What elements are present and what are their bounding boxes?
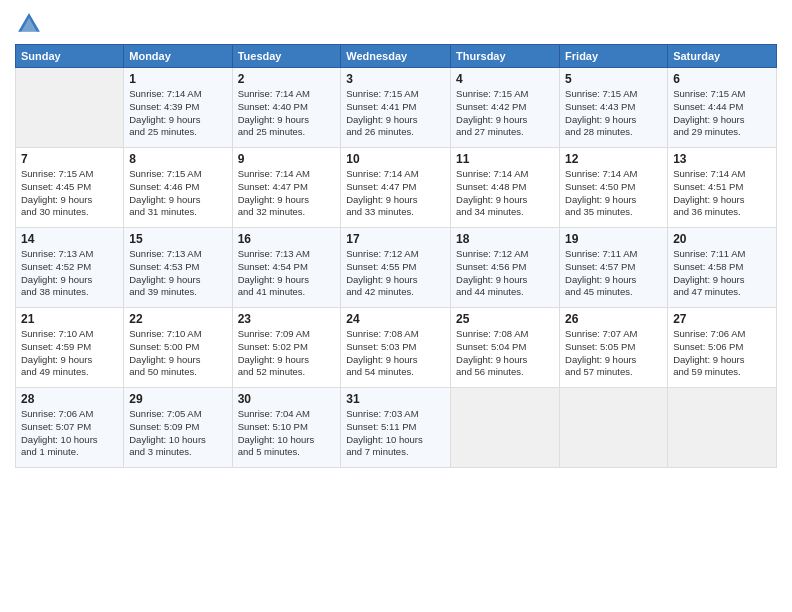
day-info: Sunrise: 7:14 AM Sunset: 4:40 PM Dayligh…	[238, 88, 336, 139]
calendar-week-row: 14Sunrise: 7:13 AM Sunset: 4:52 PM Dayli…	[16, 228, 777, 308]
calendar-cell: 28Sunrise: 7:06 AM Sunset: 5:07 PM Dayli…	[16, 388, 124, 468]
calendar-cell: 8Sunrise: 7:15 AM Sunset: 4:46 PM Daylig…	[124, 148, 232, 228]
day-info: Sunrise: 7:15 AM Sunset: 4:41 PM Dayligh…	[346, 88, 445, 139]
day-number: 9	[238, 152, 336, 166]
calendar-cell	[451, 388, 560, 468]
day-info: Sunrise: 7:10 AM Sunset: 5:00 PM Dayligh…	[129, 328, 226, 379]
day-number: 22	[129, 312, 226, 326]
day-info: Sunrise: 7:14 AM Sunset: 4:47 PM Dayligh…	[346, 168, 445, 219]
calendar-cell: 4Sunrise: 7:15 AM Sunset: 4:42 PM Daylig…	[451, 68, 560, 148]
day-info: Sunrise: 7:14 AM Sunset: 4:39 PM Dayligh…	[129, 88, 226, 139]
day-number: 28	[21, 392, 118, 406]
day-info: Sunrise: 7:05 AM Sunset: 5:09 PM Dayligh…	[129, 408, 226, 459]
calendar-cell: 21Sunrise: 7:10 AM Sunset: 4:59 PM Dayli…	[16, 308, 124, 388]
calendar-cell: 14Sunrise: 7:13 AM Sunset: 4:52 PM Dayli…	[16, 228, 124, 308]
day-number: 17	[346, 232, 445, 246]
day-info: Sunrise: 7:15 AM Sunset: 4:44 PM Dayligh…	[673, 88, 771, 139]
day-info: Sunrise: 7:09 AM Sunset: 5:02 PM Dayligh…	[238, 328, 336, 379]
calendar-page: SundayMondayTuesdayWednesdayThursdayFrid…	[0, 0, 792, 612]
calendar-cell: 11Sunrise: 7:14 AM Sunset: 4:48 PM Dayli…	[451, 148, 560, 228]
calendar-cell: 23Sunrise: 7:09 AM Sunset: 5:02 PM Dayli…	[232, 308, 341, 388]
calendar-cell: 29Sunrise: 7:05 AM Sunset: 5:09 PM Dayli…	[124, 388, 232, 468]
calendar-cell: 1Sunrise: 7:14 AM Sunset: 4:39 PM Daylig…	[124, 68, 232, 148]
calendar-cell: 16Sunrise: 7:13 AM Sunset: 4:54 PM Dayli…	[232, 228, 341, 308]
calendar-week-row: 21Sunrise: 7:10 AM Sunset: 4:59 PM Dayli…	[16, 308, 777, 388]
day-number: 7	[21, 152, 118, 166]
day-number: 18	[456, 232, 554, 246]
calendar-cell: 22Sunrise: 7:10 AM Sunset: 5:00 PM Dayli…	[124, 308, 232, 388]
calendar-cell: 7Sunrise: 7:15 AM Sunset: 4:45 PM Daylig…	[16, 148, 124, 228]
calendar-cell: 27Sunrise: 7:06 AM Sunset: 5:06 PM Dayli…	[668, 308, 777, 388]
day-number: 29	[129, 392, 226, 406]
day-number: 3	[346, 72, 445, 86]
day-number: 24	[346, 312, 445, 326]
day-info: Sunrise: 7:11 AM Sunset: 4:58 PM Dayligh…	[673, 248, 771, 299]
day-info: Sunrise: 7:12 AM Sunset: 4:55 PM Dayligh…	[346, 248, 445, 299]
calendar-cell: 2Sunrise: 7:14 AM Sunset: 4:40 PM Daylig…	[232, 68, 341, 148]
weekday-header-monday: Monday	[124, 45, 232, 68]
day-number: 1	[129, 72, 226, 86]
calendar-cell: 31Sunrise: 7:03 AM Sunset: 5:11 PM Dayli…	[341, 388, 451, 468]
day-info: Sunrise: 7:07 AM Sunset: 5:05 PM Dayligh…	[565, 328, 662, 379]
day-number: 10	[346, 152, 445, 166]
day-info: Sunrise: 7:15 AM Sunset: 4:46 PM Dayligh…	[129, 168, 226, 219]
weekday-header-wednesday: Wednesday	[341, 45, 451, 68]
day-info: Sunrise: 7:11 AM Sunset: 4:57 PM Dayligh…	[565, 248, 662, 299]
calendar-table: SundayMondayTuesdayWednesdayThursdayFrid…	[15, 44, 777, 468]
logo-icon	[15, 10, 43, 38]
calendar-cell: 18Sunrise: 7:12 AM Sunset: 4:56 PM Dayli…	[451, 228, 560, 308]
day-number: 8	[129, 152, 226, 166]
day-number: 23	[238, 312, 336, 326]
day-number: 15	[129, 232, 226, 246]
calendar-cell: 12Sunrise: 7:14 AM Sunset: 4:50 PM Dayli…	[560, 148, 668, 228]
day-info: Sunrise: 7:14 AM Sunset: 4:51 PM Dayligh…	[673, 168, 771, 219]
calendar-cell: 19Sunrise: 7:11 AM Sunset: 4:57 PM Dayli…	[560, 228, 668, 308]
day-number: 12	[565, 152, 662, 166]
day-number: 27	[673, 312, 771, 326]
page-header	[15, 10, 777, 38]
calendar-cell: 26Sunrise: 7:07 AM Sunset: 5:05 PM Dayli…	[560, 308, 668, 388]
day-number: 5	[565, 72, 662, 86]
day-number: 6	[673, 72, 771, 86]
day-info: Sunrise: 7:15 AM Sunset: 4:42 PM Dayligh…	[456, 88, 554, 139]
day-info: Sunrise: 7:04 AM Sunset: 5:10 PM Dayligh…	[238, 408, 336, 459]
calendar-cell: 5Sunrise: 7:15 AM Sunset: 4:43 PM Daylig…	[560, 68, 668, 148]
weekday-header-saturday: Saturday	[668, 45, 777, 68]
day-info: Sunrise: 7:03 AM Sunset: 5:11 PM Dayligh…	[346, 408, 445, 459]
calendar-cell	[560, 388, 668, 468]
logo	[15, 10, 47, 38]
weekday-header-friday: Friday	[560, 45, 668, 68]
day-number: 21	[21, 312, 118, 326]
day-number: 14	[21, 232, 118, 246]
weekday-header-row: SundayMondayTuesdayWednesdayThursdayFrid…	[16, 45, 777, 68]
calendar-cell	[668, 388, 777, 468]
day-info: Sunrise: 7:06 AM Sunset: 5:06 PM Dayligh…	[673, 328, 771, 379]
day-info: Sunrise: 7:13 AM Sunset: 4:52 PM Dayligh…	[21, 248, 118, 299]
day-info: Sunrise: 7:12 AM Sunset: 4:56 PM Dayligh…	[456, 248, 554, 299]
day-info: Sunrise: 7:08 AM Sunset: 5:04 PM Dayligh…	[456, 328, 554, 379]
weekday-header-tuesday: Tuesday	[232, 45, 341, 68]
day-number: 4	[456, 72, 554, 86]
day-info: Sunrise: 7:14 AM Sunset: 4:50 PM Dayligh…	[565, 168, 662, 219]
calendar-cell: 30Sunrise: 7:04 AM Sunset: 5:10 PM Dayli…	[232, 388, 341, 468]
day-number: 2	[238, 72, 336, 86]
calendar-cell: 6Sunrise: 7:15 AM Sunset: 4:44 PM Daylig…	[668, 68, 777, 148]
calendar-cell: 10Sunrise: 7:14 AM Sunset: 4:47 PM Dayli…	[341, 148, 451, 228]
day-number: 16	[238, 232, 336, 246]
day-info: Sunrise: 7:14 AM Sunset: 4:47 PM Dayligh…	[238, 168, 336, 219]
day-number: 19	[565, 232, 662, 246]
day-info: Sunrise: 7:15 AM Sunset: 4:45 PM Dayligh…	[21, 168, 118, 219]
calendar-cell: 24Sunrise: 7:08 AM Sunset: 5:03 PM Dayli…	[341, 308, 451, 388]
day-number: 20	[673, 232, 771, 246]
calendar-cell	[16, 68, 124, 148]
calendar-cell: 13Sunrise: 7:14 AM Sunset: 4:51 PM Dayli…	[668, 148, 777, 228]
calendar-cell: 9Sunrise: 7:14 AM Sunset: 4:47 PM Daylig…	[232, 148, 341, 228]
day-info: Sunrise: 7:06 AM Sunset: 5:07 PM Dayligh…	[21, 408, 118, 459]
day-number: 31	[346, 392, 445, 406]
calendar-cell: 17Sunrise: 7:12 AM Sunset: 4:55 PM Dayli…	[341, 228, 451, 308]
day-number: 26	[565, 312, 662, 326]
day-info: Sunrise: 7:13 AM Sunset: 4:53 PM Dayligh…	[129, 248, 226, 299]
calendar-week-row: 28Sunrise: 7:06 AM Sunset: 5:07 PM Dayli…	[16, 388, 777, 468]
calendar-week-row: 7Sunrise: 7:15 AM Sunset: 4:45 PM Daylig…	[16, 148, 777, 228]
day-number: 11	[456, 152, 554, 166]
